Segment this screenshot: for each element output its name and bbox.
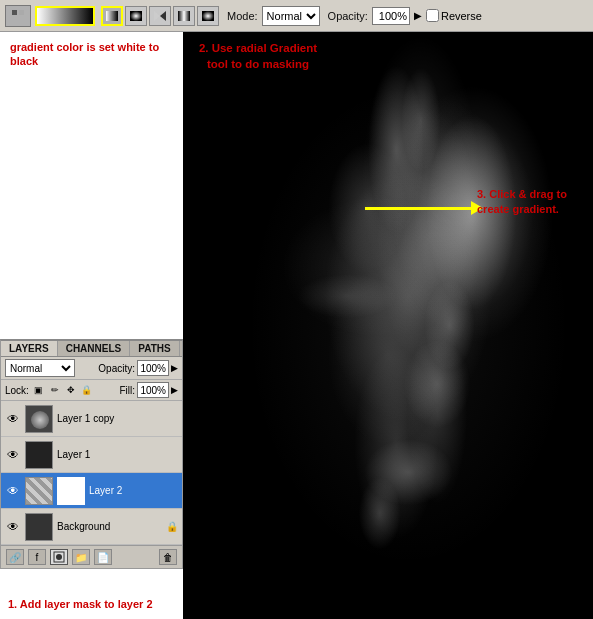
svg-rect-7 [202,11,214,21]
layers-bottom-bar: 🔗 f 📁 📄 🗑 [1,545,182,568]
new-layer-btn[interactable]: 📄 [94,549,112,565]
layers-panel: LAYERS CHANNELS PATHS ≡ Normal Opacity: … [0,339,183,569]
lock-transparency-btn[interactable]: ▣ [32,383,46,397]
gradient-annotation: gradient color is set white to black [10,40,165,69]
blend-opacity-row: Normal Opacity: ▶ [1,357,182,380]
layer-name: Layer 1 [57,449,178,460]
lock-paint-btn[interactable]: ✏ [48,383,62,397]
layer-visibility-toggle[interactable]: 👁 [5,411,21,427]
opacity-label: Opacity: [328,10,368,22]
drag-annotation: 3. Click & drag to create gradient. [477,187,587,218]
svg-rect-2 [106,11,118,21]
layer-row-selected[interactable]: 👁 Layer 2 [1,473,182,509]
tool-selector[interactable] [5,5,31,27]
mode-select[interactable]: Normal [262,6,320,26]
layer-row[interactable]: 👁 Layer 1 copy [1,401,182,437]
add-mask-btn[interactable] [50,549,68,565]
layer-row[interactable]: 👁 Layer 1 [1,437,182,473]
delete-layer-btn[interactable]: 🗑 [159,549,177,565]
svg-rect-1 [19,10,24,15]
new-group-btn[interactable]: 📁 [72,549,90,565]
radial-gradient-btn[interactable] [125,6,147,26]
reflected-gradient-btn[interactable] [173,6,195,26]
layer-thumbnail [25,477,53,505]
layer-opacity-input[interactable] [137,360,169,376]
layers-tabs: LAYERS CHANNELS PATHS ≡ [1,341,182,357]
gradient-preview[interactable] [35,6,95,26]
fill-ctrl: Fill: ▶ [119,382,178,398]
reverse-checkbox[interactable] [426,9,439,22]
radial-annotation: 2. Use radial Gradient tool to do maskin… [193,40,323,72]
fill-label: Fill: [119,385,135,396]
main-area: gradient color is set white to black LAY… [0,32,593,619]
svg-marker-5 [160,11,166,21]
layer-name: Layer 2 [89,485,178,496]
tab-channels[interactable]: CHANNELS [58,341,131,356]
layer-name: Layer 1 copy [57,413,178,424]
linear-gradient-btn[interactable] [101,6,123,26]
layer-row[interactable]: 👁 Background 🔒 [1,509,182,545]
svg-marker-4 [154,11,160,21]
diamond-gradient-btn[interactable] [197,6,219,26]
smoke-image [183,32,593,619]
tab-paths[interactable]: PATHS [130,341,179,356]
fill-arrow[interactable]: ▶ [171,385,178,395]
layer-thumbnail [25,441,53,469]
layer-thumbnail [25,513,53,541]
svg-point-9 [56,554,62,560]
layer-visibility-toggle[interactable]: 👁 [5,447,21,463]
svg-rect-0 [12,10,17,15]
lock-row: Lock: ▣ ✏ ✥ 🔒 Fill: ▶ [1,380,182,401]
svg-rect-6 [178,11,190,21]
layer-visibility-toggle[interactable]: 👁 [5,483,21,499]
gradient-arrow [365,207,475,210]
tab-layers[interactable]: LAYERS [1,341,58,356]
lock-icons: ▣ ✏ ✥ 🔒 [32,383,94,397]
mask-annotation: 1. Add layer mask to layer 2 [8,597,153,611]
reverse-label: Reverse [441,10,482,22]
layer-mask-thumbnail [57,477,85,505]
opacity-arrow[interactable]: ▶ [414,10,422,21]
layer-name: Background [57,521,162,532]
layer-visibility-toggle[interactable]: 👁 [5,519,21,535]
link-layers-btn[interactable]: 🔗 [6,549,24,565]
opacity-ctrl-label: Opacity: [98,363,135,374]
add-style-btn[interactable]: f [28,549,46,565]
lock-move-btn[interactable]: ✥ [64,383,78,397]
layer-thumbnail [25,405,53,433]
opacity-input[interactable] [372,7,410,25]
canvas-area[interactable]: 2. Use radial Gradient tool to do maskin… [183,32,593,619]
blend-mode-select[interactable]: Normal [5,359,75,377]
svg-rect-3 [130,11,142,21]
lock-label: Lock: [5,385,29,396]
layer-lock-icon: 🔒 [166,521,178,532]
lock-all-btn[interactable]: 🔒 [80,383,94,397]
opacity-ctrl-arrow[interactable]: ▶ [171,363,178,373]
angle-gradient-btn[interactable] [149,6,171,26]
mode-label: Mode: [227,10,258,22]
left-panel: gradient color is set white to black LAY… [0,32,183,619]
fill-input[interactable] [137,382,169,398]
face-light [413,112,543,362]
toolbar: Mode: Normal Opacity: ▶ Reverse [0,0,593,32]
